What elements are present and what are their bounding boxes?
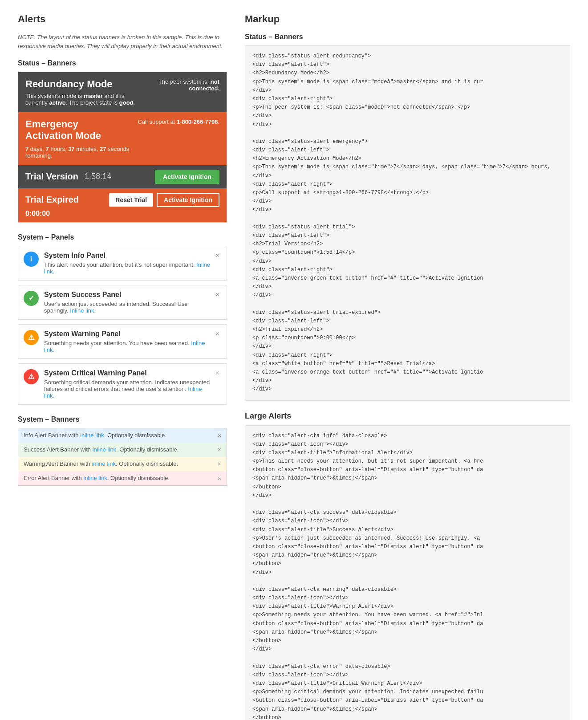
success-banner: Success Alert Banner with inline link. O… — [18, 443, 227, 457]
right-panel: Markup Status – Banners <div class="stat… — [236, 13, 570, 720]
note-text: NOTE: The layout of the status banners i… — [18, 33, 227, 50]
emergency-banner: EmergencyActivation Mode 7 days, 7 hours… — [18, 112, 227, 165]
info-panel-body: i System Info Panel This alert needs you… — [24, 252, 211, 275]
large-alerts-title: Large Alerts — [245, 411, 570, 421]
emergency-right: Call support at 1-800-266-7798. — [130, 118, 219, 125]
emergency-left: EmergencyActivation Mode 7 days, 7 hours… — [25, 118, 129, 159]
warning-banner: Warning Alert Banner with inline link. O… — [18, 457, 227, 471]
system-warning-panel: ⚠ System Warning Panel Something needs y… — [18, 324, 227, 359]
warning-banner-text: Warning Alert Banner with inline link. O… — [24, 460, 178, 467]
reset-trial-button[interactable]: Reset Trial — [109, 193, 153, 207]
redundancy-left: Redundancy Mode This system's mode is ma… — [25, 78, 139, 106]
info-panel-close[interactable]: × — [215, 252, 219, 260]
success-panel-icon: ✓ — [24, 291, 39, 306]
warning-panel-text: Something needs your attention. You have… — [44, 340, 211, 353]
critical-panel-content: System Critical Warning Panel Something … — [44, 369, 211, 399]
redundancy-right: The peer system is: not connected. — [139, 78, 219, 92]
info-panel-icon: i — [24, 252, 39, 267]
success-banner-link[interactable]: inline link — [93, 446, 116, 453]
success-panel-title: System Success Panel — [44, 291, 211, 299]
warning-banner-close[interactable]: × — [218, 460, 221, 468]
warning-panel-link[interactable]: Inline link. — [44, 340, 205, 353]
emergency-title: EmergencyActivation Mode — [25, 118, 129, 142]
success-panel-link[interactable]: Inline link. — [70, 307, 96, 314]
error-banner-text: Error Alert Banner with inline link. Opt… — [24, 475, 170, 481]
trial-banner: Trial Version 1:58:14 Activate Ignition — [18, 165, 227, 188]
emergency-support: Call support at 1-800-266-7798. — [130, 118, 219, 125]
info-panel-text: This alert needs your attention, but it'… — [44, 261, 211, 275]
warning-banner-link[interactable]: inline link — [92, 460, 115, 467]
info-panel-title: System Info Panel — [44, 252, 211, 260]
redundancy-peer-label: The peer system is: not connected. — [158, 78, 219, 92]
info-banner-link[interactable]: inline link — [80, 432, 104, 439]
page-title: Alerts — [18, 13, 227, 25]
warning-panel-content: System Warning Panel Something needs you… — [44, 330, 211, 353]
system-banners-container: Info Alert Banner with inline link. Opti… — [18, 428, 227, 486]
warning-panel-close[interactable]: × — [215, 330, 219, 338]
redundancy-banner: Redundancy Mode This system's mode is ma… — [18, 72, 227, 112]
trial-expired-banner: Trial Expired Reset Trial Activate Ignit… — [18, 188, 227, 222]
trial-left: Trial Version 1:58:14 — [25, 171, 111, 182]
info-banner-text: Info Alert Banner with inline link. Opti… — [24, 432, 166, 439]
success-panel-close[interactable]: × — [215, 291, 219, 299]
info-panel-link[interactable]: Inline link. — [44, 261, 210, 275]
markup-status-banners-title: Status – Banners — [245, 33, 570, 41]
info-panel-content: System Info Panel This alert needs your … — [44, 252, 211, 275]
success-panel-text: User's action just succeeded as intended… — [44, 301, 211, 314]
critical-panel-body: ⚠ System Critical Warning Panel Somethin… — [24, 369, 211, 399]
trial-expired-top-row: Trial Expired Reset Trial Activate Ignit… — [25, 193, 219, 207]
critical-panel-text: Something critical demands your attentio… — [44, 379, 211, 399]
system-success-panel: ✓ System Success Panel User's action jus… — [18, 285, 227, 320]
trial-expired-title: Trial Expired — [25, 195, 79, 205]
markup-title: Markup — [245, 13, 570, 25]
system-banners-title: System – Banners — [18, 415, 227, 423]
critical-panel-title: System Critical Warning Panel — [44, 369, 211, 377]
trial-expired-countdown: 0:00:00 — [25, 210, 219, 218]
redundancy-desc: This system's mode is master and it is c… — [25, 93, 139, 106]
left-panel: Alerts NOTE: The layout of the status ba… — [18, 13, 236, 720]
info-banner-close[interactable]: × — [218, 432, 221, 439]
emergency-timer: 7 days, 7 hours, 37 minutes, 27 secondsr… — [25, 146, 129, 159]
trial-countdown: 1:58:14 — [85, 172, 111, 181]
critical-panel-icon: ⚠ — [24, 369, 39, 384]
status-banners-title: Status – Banners — [18, 59, 227, 67]
warning-panel-body: ⚠ System Warning Panel Something needs y… — [24, 330, 211, 353]
system-critical-panel: ⚠ System Critical Warning Panel Somethin… — [18, 363, 227, 405]
activate-ignition-expired-button[interactable]: Activate Ignition — [157, 193, 219, 207]
status-banners-code: <div class="status-alert redundancy"> <d… — [245, 45, 570, 401]
system-panels-title: System – Panels — [18, 233, 227, 241]
warning-panel-icon: ⚠ — [24, 330, 39, 345]
trial-expired-btn-group: Reset Trial Activate Ignition — [109, 193, 219, 207]
error-banner-link[interactable]: inline link — [83, 475, 107, 481]
system-panels-container: i System Info Panel This alert needs you… — [18, 246, 227, 405]
success-panel-body: ✓ System Success Panel User's action jus… — [24, 291, 211, 314]
success-banner-close[interactable]: × — [218, 446, 221, 453]
status-banners-container: Redundancy Mode This system's mode is ma… — [18, 72, 227, 223]
trial-title: Trial Version — [25, 171, 78, 182]
error-banner: Error Alert Banner with inline link. Opt… — [18, 471, 227, 485]
critical-panel-link[interactable]: Inline link. — [44, 386, 202, 399]
large-alerts-code: <div class="alert-cta info" data-closabl… — [245, 425, 570, 720]
success-banner-text: Success Alert Banner with inline link. O… — [24, 446, 178, 453]
redundancy-title: Redundancy Mode — [25, 78, 139, 90]
error-banner-close[interactable]: × — [218, 475, 221, 482]
success-panel-content: System Success Panel User's action just … — [44, 291, 211, 314]
system-info-panel: i System Info Panel This alert needs you… — [18, 246, 227, 281]
critical-panel-close[interactable]: × — [215, 369, 219, 377]
info-banner: Info Alert Banner with inline link. Opti… — [18, 428, 227, 443]
warning-panel-title: System Warning Panel — [44, 330, 211, 338]
activate-ignition-trial-button[interactable]: Activate Ignition — [155, 170, 219, 184]
